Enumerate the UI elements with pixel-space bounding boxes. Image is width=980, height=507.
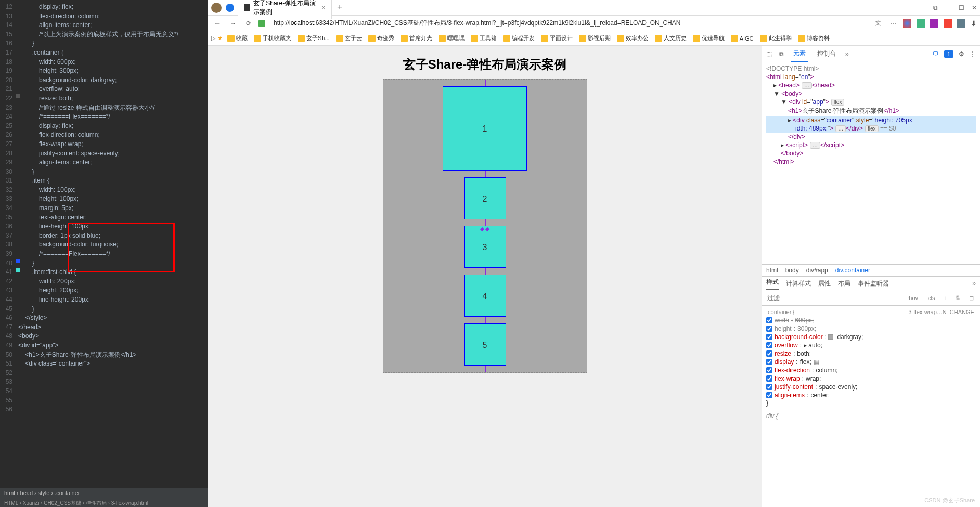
rule-checkbox[interactable]	[766, 392, 772, 398]
crumb-container[interactable]: div.container	[835, 267, 870, 274]
maximize-icon[interactable]: ☐	[959, 4, 964, 11]
style-rule[interactable]: overflow: ▸ auto;	[766, 341, 976, 349]
dom-doctype[interactable]: <!DOCTYPE html>	[766, 64, 976, 73]
bookmark-item[interactable]: 人文历史	[652, 33, 689, 43]
tab-props[interactable]: 属性	[818, 279, 831, 288]
style-rule[interactable]: resize: both;	[766, 349, 976, 358]
bookmark-item[interactable]: 此生得学	[757, 33, 794, 43]
dom-html[interactable]: <html lang="en">	[766, 73, 976, 81]
more-icon[interactable]: ⊟	[967, 294, 976, 303]
bookmark-item[interactable]: 博客资料	[795, 33, 832, 43]
style-rule[interactable]: justify-content: space-evenly;	[766, 383, 976, 391]
style-rule[interactable]: height: 300px;	[766, 324, 976, 333]
more-tabs-icon[interactable]: »	[972, 280, 976, 287]
bookmark-item[interactable]: 收藏	[225, 33, 250, 43]
style-rule[interactable]: display: flex; ▦	[766, 358, 976, 366]
div-rule[interactable]: div {	[766, 410, 976, 420]
rule-checkbox[interactable]	[766, 359, 772, 365]
bookmark-item[interactable]: 玄子Sh...	[295, 33, 332, 43]
crumb-html[interactable]: html	[766, 267, 778, 274]
tab-close-icon[interactable]: ×	[321, 4, 325, 11]
apps-icon[interactable]: ▷	[211, 35, 215, 42]
bookmark-item[interactable]: AIGC	[728, 33, 756, 43]
style-rule[interactable]: align-items: center;	[766, 391, 976, 399]
rule-checkbox[interactable]	[766, 326, 772, 332]
inspect-icon[interactable]: ⬚	[766, 50, 772, 58]
style-rule[interactable]: background-color: darkgray;	[766, 333, 976, 341]
ext-grid-icon[interactable]	[957, 19, 965, 28]
download-icon[interactable]: ⬇	[971, 19, 977, 28]
back-button[interactable]: ←	[211, 20, 224, 27]
dom-container-line2[interactable]: idth: 489px;">…</div>flex == $0	[766, 124, 976, 133]
ext-icon[interactable]	[944, 19, 952, 28]
dom-breadcrumbs[interactable]: html body div#app div.container	[762, 264, 980, 277]
dom-script[interactable]: ▸ <script>…</script>	[766, 141, 976, 149]
rule-checkbox[interactable]	[766, 334, 772, 340]
rule-checkbox[interactable]	[766, 317, 772, 323]
bookmark-item[interactable]: 影视后期	[576, 33, 613, 43]
dom-container-selected[interactable]: ⋯▸ <div class="container" style="height:…	[766, 116, 976, 124]
rule-checkbox[interactable]	[766, 342, 772, 348]
dom-h1[interactable]: <h1>玄子Share-弹性布局演示案例</h1>	[766, 106, 976, 116]
translate-icon[interactable]: 文	[872, 19, 884, 28]
style-rule[interactable]: flex-wrap: wrap;	[766, 374, 976, 383]
tab-layout[interactable]: 布局	[838, 279, 850, 288]
new-tab-button[interactable]: +	[332, 2, 348, 13]
style-rule[interactable]: flex-direction: column;	[766, 366, 976, 374]
bookmark-item[interactable]: 优选导航	[690, 33, 727, 43]
tab-computed[interactable]: 计算样式	[786, 279, 811, 288]
settings-gear-icon[interactable]: ⚙	[959, 50, 964, 58]
rule-checkbox[interactable]	[766, 367, 772, 373]
ext-icon[interactable]	[930, 19, 938, 28]
ext-icon[interactable]	[903, 19, 911, 28]
tab-console[interactable]: 控制台	[815, 46, 838, 61]
device-icon[interactable]: ⧉	[779, 50, 784, 58]
bookmark-item[interactable]: 嘿嘿嘿	[436, 33, 467, 43]
minimize-icon[interactable]: —	[945, 4, 951, 11]
url-field[interactable]: http://localhost:63342/HTML/XuanZi/CH02_…	[270, 18, 869, 29]
dom-body-close[interactable]: </body>	[766, 149, 976, 158]
rule-checkbox[interactable]	[766, 384, 772, 390]
style-rule[interactable]: width: 600px;	[766, 316, 976, 324]
rule-checkbox[interactable]	[766, 350, 772, 357]
tab-listeners[interactable]: 事件监听器	[858, 279, 889, 288]
rule-checkbox[interactable]	[766, 375, 772, 382]
editor-breadcrumb[interactable]: html › head › style › .container	[0, 488, 208, 499]
dom-div-close[interactable]: </div>	[766, 133, 976, 141]
close-icon[interactable]: ✕	[972, 4, 977, 11]
new-rule-icon[interactable]: +	[942, 294, 949, 302]
bookmark-item[interactable]: 手机收藏夹	[251, 33, 294, 43]
resize-handle-icon[interactable]	[481, 228, 489, 233]
crumb-body[interactable]: body	[785, 267, 799, 274]
rule-selector[interactable]: .container {	[766, 309, 795, 315]
security-shield-icon[interactable]	[258, 20, 265, 27]
bookmark-item[interactable]: 编程开发	[500, 33, 537, 43]
bookmark-item[interactable]: 平面设计	[538, 33, 575, 43]
restore-icon[interactable]: ⧉	[933, 4, 938, 11]
filter-input[interactable]	[766, 293, 901, 303]
dom-tree[interactable]: <!DOCTYPE html> <html lang="en"> ▸ <head…	[762, 62, 980, 264]
bookmark-item[interactable]: 玄子云	[333, 33, 365, 43]
issues-icon[interactable]: 🗨	[933, 50, 939, 58]
code-area[interactable]: display: flex; flex-direction: column; a…	[18, 0, 208, 369]
bookmark-item[interactable]: 奇迹秀	[366, 33, 397, 43]
dom-head[interactable]: ▸ <head>…</head>	[766, 81, 976, 89]
devtools-menu-icon[interactable]: ⋮	[970, 50, 976, 58]
tab-styles[interactable]: 样式	[766, 278, 779, 290]
cls-button[interactable]: .cls	[924, 294, 937, 302]
ext-vue-icon[interactable]	[917, 19, 925, 28]
dom-app[interactable]: ▼ <div id="app">flex	[766, 98, 976, 106]
flex-container[interactable]: 1 2 3 4 5	[383, 79, 587, 373]
styles-panel[interactable]: .container { 3-flex-wrap…N_CHANGE: width…	[762, 306, 980, 508]
print-icon[interactable]: 🖶	[953, 294, 963, 302]
crumb-app[interactable]: div#app	[806, 267, 828, 274]
forward-button[interactable]: →	[227, 20, 239, 27]
hov-button[interactable]: :hov	[905, 294, 920, 302]
dom-body[interactable]: ▼ <body>	[766, 89, 976, 98]
more-tabs-icon[interactable]: »	[845, 50, 849, 58]
bookmark-item[interactable]: 首席灯光	[398, 33, 435, 43]
tab-elements[interactable]: 元素	[791, 46, 808, 62]
bookmark-item[interactable]: 工具箱	[468, 33, 499, 43]
bookmark-item[interactable]: 效率办公	[614, 33, 651, 43]
rule-source[interactable]: 3-flex-wrap…N_CHANGE:	[908, 309, 976, 315]
